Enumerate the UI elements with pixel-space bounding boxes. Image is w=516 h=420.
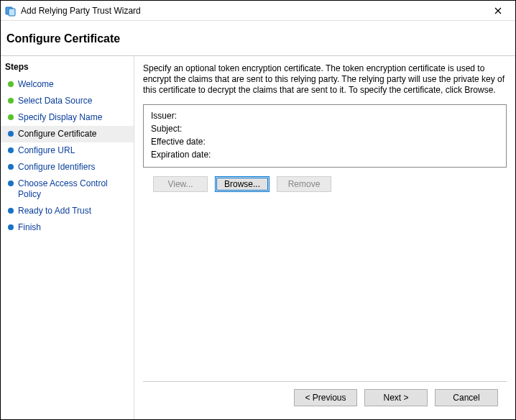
remove-button: Remove [277, 176, 331, 192]
titlebar: Add Relying Party Trust Wizard [1, 1, 515, 21]
step-bullet-icon [8, 164, 14, 170]
cert-button-row: View... Browse... Remove [153, 176, 507, 192]
description-text: Specify an optional token encryption cer… [143, 63, 507, 96]
cert-subject-row: Subject: [151, 122, 499, 135]
previous-button[interactable]: < Previous [294, 389, 357, 406]
wizard-footer: < Previous Next > Cancel [143, 381, 507, 414]
wizard-window: Add Relying Party Trust Wizard Configure… [0, 0, 516, 420]
certificate-details-box: Issuer: Subject: Effective date: Expirat… [143, 104, 507, 168]
svg-rect-1 [9, 9, 15, 16]
browse-button[interactable]: Browse... [215, 176, 269, 192]
step-bullet-icon [8, 81, 14, 87]
step-ready-to-add-trust[interactable]: Ready to Add Trust [1, 203, 134, 219]
step-choose-access-control-policy[interactable]: Choose Access Control Policy [1, 175, 134, 203]
step-select-data-source[interactable]: Select Data Source [1, 93, 134, 109]
next-button[interactable]: Next > [364, 389, 428, 406]
step-bullet-icon [8, 181, 14, 186]
cancel-button[interactable]: Cancel [435, 389, 498, 406]
step-label: Configure URL [18, 145, 75, 156]
step-label: Configure Certificate [18, 129, 96, 140]
page-title: Configure Certificate [6, 32, 510, 45]
step-label: Ready to Add Trust [18, 206, 91, 216]
step-specify-display-name[interactable]: Specify Display Name [1, 109, 134, 126]
view-button: View... [153, 176, 208, 192]
step-configure-identifiers[interactable]: Configure Identifiers [1, 159, 134, 175]
step-configure-url[interactable]: Configure URL [1, 142, 134, 159]
step-bullet-icon [8, 208, 14, 214]
step-bullet-icon [8, 131, 14, 137]
cert-effective-label: Effective date: [151, 135, 206, 148]
cert-issuer-row: Issuer: [151, 109, 499, 122]
step-label: Specify Display Name [18, 112, 102, 123]
cert-effective-row: Effective date: [151, 135, 499, 148]
step-bullet-icon [8, 114, 14, 120]
steps-sidebar: Steps Welcome Select Data Source Specify… [1, 56, 134, 419]
step-label: Welcome [18, 79, 54, 90]
step-configure-certificate[interactable]: Configure Certificate [1, 126, 134, 142]
wizard-body: Steps Welcome Select Data Source Specify… [1, 56, 515, 419]
step-label: Finish [18, 222, 41, 233]
cert-subject-label: Subject: [151, 122, 182, 135]
step-welcome[interactable]: Welcome [1, 76, 134, 93]
spacer [143, 192, 507, 381]
step-label: Choose Access Control Policy [18, 178, 129, 200]
main-panel: Specify an optional token encryption cer… [134, 56, 515, 419]
page-header: Configure Certificate [1, 21, 515, 56]
cert-issuer-label: Issuer: [151, 109, 177, 122]
cert-expiration-row: Expiration date: [151, 148, 499, 161]
step-bullet-icon [8, 98, 14, 104]
close-icon [494, 7, 502, 14]
step-label: Select Data Source [18, 96, 92, 106]
app-icon [5, 5, 17, 17]
step-finish[interactable]: Finish [1, 219, 134, 236]
sidebar-title: Steps [1, 60, 134, 76]
window-title: Add Relying Party Trust Wizard [21, 6, 484, 16]
step-label: Configure Identifiers [18, 162, 95, 173]
step-bullet-icon [8, 224, 14, 230]
close-button[interactable] [484, 1, 512, 20]
cert-expiration-label: Expiration date: [151, 148, 211, 161]
step-bullet-icon [8, 147, 14, 153]
